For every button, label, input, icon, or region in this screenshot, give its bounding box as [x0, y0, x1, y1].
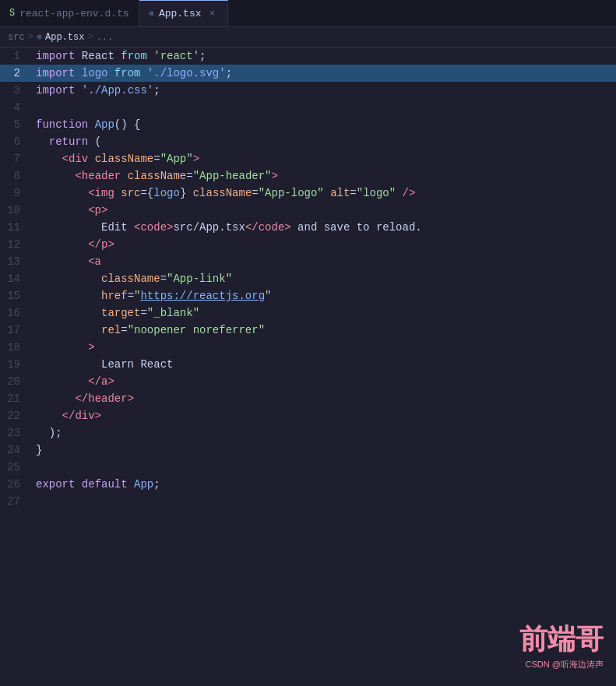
code-line-13: 13 <a [0, 253, 616, 270]
line-number-27: 27 [0, 493, 33, 510]
line-number-22: 22 [0, 407, 33, 424]
line-content-6: return ( [33, 133, 616, 150]
code-line-16: 16 target="_blank" [0, 304, 616, 322]
code-line-21: 21 </header> [0, 390, 616, 407]
line-number-14: 14 [0, 270, 33, 287]
line-content-2: import logo from './logo.svg'; [33, 65, 616, 82]
line-content-7: <div className="App"> [33, 150, 616, 167]
line-content-24: } [33, 442, 616, 459]
code-editor: 1 import React from 'react'; 2 import lo… [0, 47, 616, 686]
line-number-26: 26 [0, 476, 33, 493]
line-content-9: <img src={logo} className="App-logo" alt… [33, 185, 616, 202]
code-line-27: 27 [0, 493, 616, 510]
line-number-16: 16 [0, 304, 33, 322]
line-number-1: 1 [0, 47, 33, 65]
line-number-8: 8 [0, 167, 33, 185]
line-number-17: 17 [0, 322, 33, 339]
line-content-20: </a> [33, 373, 616, 390]
line-content-13: <a [33, 253, 616, 270]
line-number-2: 2 [0, 65, 33, 82]
tsx-icon: ⚛ [149, 8, 154, 19]
code-line-11: 11 Edit <code>src/App.tsx</code> and sav… [0, 219, 616, 236]
breadcrumb-file: App.tsx [45, 32, 84, 43]
breadcrumb-src: src [8, 32, 25, 43]
line-number-11: 11 [0, 219, 33, 236]
line-content-23: ); [33, 424, 616, 442]
line-content-5: function App() { [33, 116, 616, 133]
breadcrumb-sep1: > [28, 32, 33, 43]
line-content-21: </header> [33, 390, 616, 407]
line-content-3: import './App.css'; [33, 82, 616, 99]
line-content-10: <p> [33, 202, 616, 219]
line-content-16: target="_blank" [33, 304, 616, 322]
line-number-5: 5 [0, 116, 33, 133]
code-line-22: 22 </div> [0, 407, 616, 424]
code-line-24: 24 } [0, 442, 616, 459]
code-line-12: 12 </p> [0, 236, 616, 253]
code-line-20: 20 </a> [0, 373, 616, 390]
line-number-9: 9 [0, 185, 33, 202]
dts-icon: S [9, 8, 15, 19]
line-number-19: 19 [0, 356, 33, 373]
breadcrumb-sep2: > [87, 32, 93, 43]
code-line-19: 19 Learn React [0, 356, 616, 373]
tab-react-app-env[interactable]: S react-app-env.d.ts [0, 0, 139, 26]
line-number-23: 23 [0, 424, 33, 442]
code-line-14: 14 className="App-link" [0, 270, 616, 287]
line-number-3: 3 [0, 82, 33, 99]
tab-close-button[interactable]: × [206, 8, 218, 20]
line-number-18: 18 [0, 339, 33, 356]
code-line-8: 8 <header className="App-header"> [0, 167, 616, 185]
line-content-8: <header className="App-header"> [33, 167, 616, 185]
line-content-11: Edit <code>src/App.tsx</code> and save t… [33, 219, 616, 236]
code-line-26: 26 export default App; [0, 476, 616, 493]
line-content-18: > [33, 339, 616, 356]
line-number-24: 24 [0, 442, 33, 459]
code-line-9: 9 <img src={logo} className="App-logo" a… [0, 185, 616, 202]
line-number-6: 6 [0, 133, 33, 150]
line-content-17: rel="noopener noreferrer" [33, 322, 616, 339]
line-content-15: href="https://reactjs.org" [33, 287, 616, 304]
line-content-19: Learn React [33, 356, 616, 373]
line-number-13: 13 [0, 253, 33, 270]
line-number-10: 10 [0, 202, 33, 219]
code-line-5: 5 function App() { [0, 116, 616, 133]
line-number-15: 15 [0, 287, 33, 304]
line-number-25: 25 [0, 459, 33, 476]
tab-app-tsx[interactable]: ⚛ App.tsx × [139, 0, 229, 26]
line-content-27 [33, 493, 616, 510]
code-line-25: 25 [0, 459, 616, 476]
line-number-7: 7 [0, 150, 33, 167]
line-content-22: </div> [33, 407, 616, 424]
code-line-4: 4 [0, 99, 616, 116]
tab-active-label: App.tsx [159, 8, 202, 19]
code-line-17: 17 rel="noopener noreferrer" [0, 322, 616, 339]
breadcrumb-dots: ... [97, 32, 114, 43]
code-line-18: 18 > [0, 339, 616, 356]
code-line-23: 23 ); [0, 424, 616, 442]
line-content-14: className="App-link" [33, 270, 616, 287]
tab-bar: S react-app-env.d.ts ⚛ App.tsx × [0, 0, 616, 27]
line-content-4 [33, 99, 616, 116]
breadcrumb: src > ⚛ App.tsx > ... [0, 27, 616, 47]
line-content-1: import React from 'react'; [33, 47, 616, 65]
line-number-4: 4 [0, 99, 33, 116]
line-number-20: 20 [0, 373, 33, 390]
code-line-6: 6 return ( [0, 133, 616, 150]
line-content-25 [33, 459, 616, 476]
tab-inactive-label: react-app-env.d.ts [19, 8, 128, 19]
code-line-7: 7 <div className="App"> [0, 150, 616, 167]
line-number-12: 12 [0, 236, 33, 253]
code-line-3: 3 import './App.css'; [0, 82, 616, 99]
code-line-15: 15 href="https://reactjs.org" [0, 287, 616, 304]
line-number-21: 21 [0, 390, 33, 407]
code-line-1: 1 import React from 'react'; [0, 47, 616, 65]
line-content-12: </p> [33, 236, 616, 253]
code-line-10: 10 <p> [0, 202, 616, 219]
breadcrumb-react-icon: ⚛ [37, 31, 42, 43]
line-content-26: export default App; [33, 476, 616, 493]
code-line-2: 2 import logo from './logo.svg'; [0, 65, 616, 82]
